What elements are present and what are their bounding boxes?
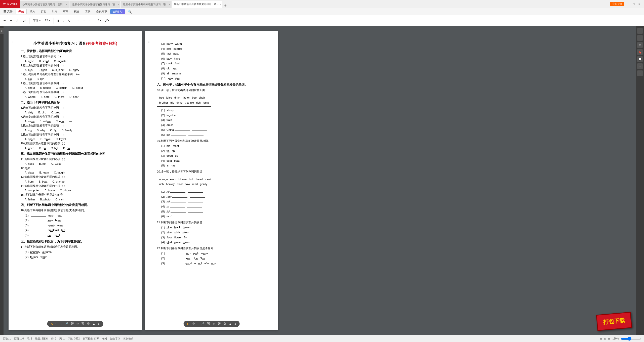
wps-s-icon: S	[187, 322, 189, 326]
toolbar-tab-file[interactable]: ☰ 文件	[1, 9, 15, 14]
sidebar-bookmark[interactable]: 🔖	[637, 49, 643, 55]
close-button[interactable]: ×	[637, 2, 641, 6]
tab-3[interactable]: 最新小学英语小升初专项复习练习：语... ×	[121, 1, 171, 8]
wps-zh-text[interactable]: 中	[192, 322, 195, 326]
sidebar-zoom-in[interactable]: +	[637, 28, 643, 34]
toolbar-font[interactable]: 字体 ▾	[31, 18, 42, 23]
toolbar-format-painter[interactable]: 🖌	[21, 19, 27, 23]
q16-4: （4） breakfast tea	[23, 228, 130, 233]
status-mode[interactable]: 黄旗模式	[123, 337, 133, 340]
section-6-title: 六、读句子，找出句子中含有与所给单词画线部分相同发音的单词。	[157, 83, 266, 87]
q3-options: A. pig B. like	[25, 77, 130, 80]
search-button[interactable]: 🔍	[128, 10, 132, 14]
minimize-button[interactable]: ─	[626, 2, 630, 6]
q19-intro: 19.判断下列字母划线部分的读音是否相同。	[157, 139, 266, 143]
document-tabs: 小学英语小升初专项复习练习：名词... × 最新小学英语小升初专项复习练习：语.…	[20, 0, 610, 8]
sidebar-more[interactable]: ⋯	[637, 70, 643, 76]
q19-1: （1）me meet	[159, 144, 266, 148]
wps-ai-icon2[interactable]: 智	[218, 322, 221, 326]
wps-icon-zh[interactable]: 中	[56, 322, 59, 326]
tab-4[interactable]: 最新小学英语小升初专项复习练习：语... ×	[172, 1, 222, 8]
wps-icon-smart[interactable]: 智	[71, 322, 74, 326]
sidebar-share[interactable]: ↗	[637, 63, 643, 69]
wps-icon-return[interactable]: ⏎	[76, 322, 79, 326]
left-sidebar: ≡	[0, 26, 4, 335]
q19-3: （3）good go	[159, 154, 266, 158]
toolbar-underline[interactable]: U	[67, 19, 72, 23]
add-tab-button[interactable]: +	[222, 3, 229, 8]
q21-4: （4）glad glove glass	[159, 240, 266, 245]
status-align[interactable]: 校对	[102, 337, 107, 340]
q20-intro: 20.读一读，按音标将下列单词词归类	[157, 169, 266, 174]
q18-6: （6）job	[159, 133, 266, 137]
tab-1[interactable]: 小学英语小升初专项复习练习：名词... ×	[20, 1, 69, 8]
q18-wordbox: tree juice drink father bee chair brothe…	[157, 94, 211, 107]
q5-options: A. where B. here C. there D. bear	[25, 95, 130, 98]
q17-9: （9）all autumn	[159, 71, 266, 76]
wps-mic-icon[interactable]: 🎤	[201, 322, 205, 326]
status-view-web[interactable]: ☰	[608, 337, 610, 340]
toolbar-tab-tools[interactable]: 工具	[83, 9, 93, 14]
wps-circle-icon[interactable]: ●	[234, 322, 236, 326]
toolbar-align-left[interactable]: ≡	[76, 19, 80, 23]
wps-return-icon[interactable]: ⏎	[213, 322, 215, 326]
status-view-read[interactable]: ⊞	[604, 337, 606, 340]
toolbar-tab-home[interactable]: 开始	[16, 9, 27, 14]
toolbar-tab-review[interactable]: 审阅	[60, 9, 71, 14]
wps-float-toolbar[interactable]: S 中 · 🎤 智 ⏎ 智 负 ▲ ●	[47, 321, 103, 327]
toolbar-italic[interactable]: I	[62, 19, 66, 23]
wps-ai-button[interactable]: WPS AI	[110, 9, 125, 14]
tab-close-1[interactable]: ×	[66, 3, 67, 6]
wps-icon-minus[interactable]: 负	[87, 322, 90, 326]
sidebar-zoom-out[interactable]: −	[637, 35, 643, 41]
document-area[interactable]: ⠿ 小学英语小升初专项复习：语音(有参考答案+解析) 一、看音标，选择画线部分的…	[4, 26, 636, 335]
wps-logo[interactable]: WPS Office	[0, 0, 20, 8]
wps-icon-ai2[interactable]: 智	[81, 322, 84, 326]
tab-close-4[interactable]: ×	[220, 3, 221, 6]
maximize-button[interactable]: □	[632, 2, 635, 6]
wps-icon-up[interactable]: ▲	[92, 322, 95, 326]
q4-options: A. shout B. house C. cousin D. about	[25, 86, 130, 89]
status-total-pages: 页面: 1/6	[14, 337, 24, 340]
wps-bottom-toolbar[interactable]: S 中 · 🎤 智 ⏎ 智 负 ▲ ●	[184, 321, 240, 327]
tab-close-2[interactable]: ×	[118, 3, 119, 6]
wps-icon-s[interactable]: S	[51, 322, 53, 326]
wps-icon-dot[interactable]: ●	[98, 322, 100, 326]
toolbar-print[interactable]: 🖨	[15, 19, 20, 23]
drag-handle: ⠿	[12, 41, 13, 44]
titlebar-right: 立即登录 ─ □ ×	[610, 2, 644, 6]
wps-icon-mic[interactable]: 🎤	[64, 322, 68, 326]
toolbar-tab-page[interactable]: 页面	[38, 9, 49, 14]
left-page: ⠿ 小学英语小升初专项复习：语音(有参考答案+解析) 一、看音标，选择画线部分的…	[9, 31, 142, 330]
login-button[interactable]: 立即登录	[610, 2, 624, 6]
q21-2: （2）slow slide sleep	[159, 230, 266, 235]
download-badge[interactable]: 打包下载	[596, 312, 632, 331]
wps-arrow-icon[interactable]: ▲	[229, 322, 232, 326]
toolbar-highlight[interactable]: 🖊▾	[104, 18, 111, 23]
toolbar-tab-member[interactable]: 会员专享	[94, 9, 110, 14]
zoom-slider[interactable]	[621, 337, 641, 341]
toolbar-bold[interactable]: B	[56, 19, 61, 23]
tab-close-3[interactable]: ×	[169, 3, 170, 6]
toolbar-tabs: ☰ 文件 开始 插入 页面 引用 审阅 视图 工具 会员专享 WPS AI 🔍	[0, 8, 644, 15]
toolbar-fontsize[interactable]: 12 ▾	[43, 18, 52, 23]
sidebar-fit[interactable]: ⊡	[637, 42, 643, 48]
toolbar-align-center[interactable]: ≡	[82, 19, 86, 23]
wps-neg-icon[interactable]: 负	[223, 322, 226, 326]
toolbar-tab-insert[interactable]: 插入	[27, 9, 38, 14]
sidebar-comment[interactable]: 💬	[637, 56, 643, 62]
q21-1: （1）blue black brown	[159, 225, 266, 230]
tab-2[interactable]: 最新小学英语小升初专项复习练习：语... ×	[70, 1, 120, 8]
section-5-title: 五、根据画线部分的发音，为下列单词找到家。	[21, 239, 130, 244]
wps-smart-icon[interactable]: 智	[207, 322, 210, 326]
toolbar-undo[interactable]: ↩	[2, 18, 7, 23]
status-missing-font[interactable]: 缺失字体	[110, 337, 120, 340]
toolbar-tab-reference[interactable]: 引用	[49, 9, 60, 14]
status-view-normal[interactable]: ▤	[600, 337, 602, 340]
toolbar-color[interactable]: A▾	[96, 18, 103, 23]
toolbar-redo[interactable]: ↪	[8, 18, 14, 23]
q10-options: A. open B. no C. hot D. go	[25, 147, 130, 150]
toolbar-align-right[interactable]: ≡	[87, 19, 92, 23]
toolbar-tab-view[interactable]: 视图	[71, 9, 82, 14]
status-row: 行: 1	[51, 337, 56, 340]
